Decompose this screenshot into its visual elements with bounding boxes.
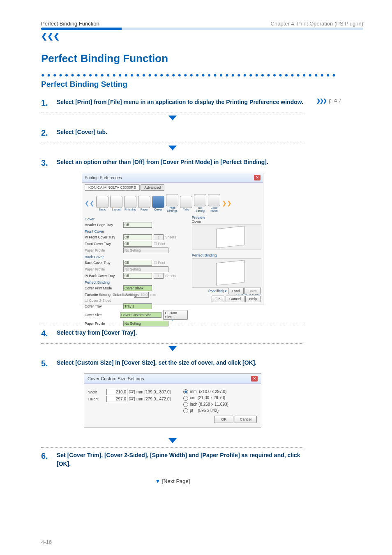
- step-4: 4. Select tray from [Cover Tray].: [41, 325, 304, 344]
- print-checkbox[interactable]: ☐ Print: [154, 261, 165, 265]
- unit-radio-cm[interactable]: cm (21.00 x 29.70): [183, 395, 257, 400]
- load-button[interactable]: Load: [228, 288, 244, 294]
- step-text: Select [Print] from [File] menu in an ap…: [57, 98, 304, 108]
- down-arrow-icon: [41, 437, 304, 446]
- svg-marker-3: [168, 346, 177, 351]
- group-front-cover: Front Cover: [85, 229, 188, 234]
- height-label: Height: [88, 397, 105, 401]
- step-number: 6.: [41, 451, 52, 468]
- preview-sub: Cover: [192, 220, 261, 224]
- sheets-spinner: 1: [154, 273, 164, 279]
- step-2: 2. Select [Cover] tab.: [41, 125, 304, 143]
- icon-label: Finishing: [124, 208, 136, 211]
- cover-icon[interactable]: [152, 196, 164, 208]
- height-input[interactable]: 297.0: [106, 396, 127, 402]
- unit-dims: (8.268 x 11.693): [198, 402, 228, 407]
- page-settings-icon[interactable]: [166, 194, 178, 206]
- group-cover: Cover: [85, 217, 188, 221]
- sheets-unit: Sheets: [165, 274, 176, 278]
- chevrons-left-icon[interactable]: ❮❮: [85, 200, 95, 206]
- unit-radio-mm[interactable]: mm (210.0 x 297.0): [183, 389, 257, 394]
- preview-cover-image: [192, 224, 261, 250]
- tab-advanced[interactable]: Advanced: [141, 184, 164, 191]
- width-label: Width: [88, 390, 105, 394]
- step-3: 3. Select an option other than [Off] fro…: [41, 155, 304, 313]
- back-cover-tray-select[interactable]: Off: [123, 260, 152, 266]
- layout-icon[interactable]: [110, 196, 122, 208]
- close-icon[interactable]: ✕: [251, 376, 258, 382]
- custom-size-button[interactable]: Custom Size...: [163, 310, 188, 320]
- icon-label: Basic: [96, 208, 108, 211]
- step-text: Select [Custom Size] in [Cover Size], se…: [57, 358, 304, 368]
- cover-tray-select[interactable]: Tray 1: [123, 303, 152, 309]
- svg-marker-0: [168, 116, 177, 120]
- sheets-unit: Sheets: [165, 235, 176, 239]
- paper-icon[interactable]: [138, 196, 150, 208]
- printing-preferences-dialog: Printing Preferences ✕ KONICA MINOLTA C6…: [82, 173, 263, 305]
- step-6: 6. Set [Cover Trim], [Cover 2-Sided], [S…: [41, 448, 304, 473]
- svg-marker-4: [168, 438, 177, 443]
- step-text: Select [Cover] tab.: [57, 128, 304, 138]
- page-number: 4-16: [41, 539, 52, 545]
- pi-front-cover-tray-label: PI Front Cover Tray: [85, 235, 122, 239]
- color-mode-icon[interactable]: [208, 194, 220, 206]
- paper-profile-select: No Setting: [123, 266, 168, 272]
- step-5: 5. Select [Custom Size] in [Cover Size],…: [41, 355, 304, 436]
- sub-title: Perfect Binding Setting: [41, 80, 363, 89]
- custom-size-dialog: Cover Custom Size Settings ✕ Width 210.0…: [84, 373, 261, 428]
- group-back-cover: Back Cover: [85, 255, 188, 259]
- next-page-link[interactable]: ▼[Next Page]: [41, 478, 304, 484]
- separator-dots: ●●●●●●●●●●●●●●●●●●●●●●●●●●●●●●●●●●●●●●●●…: [41, 72, 363, 78]
- ref-arrows-icon: ❯❯❯: [316, 98, 326, 104]
- chevrons-left-icon[interactable]: ❮❮❮: [41, 32, 60, 41]
- pi-front-cover-tray-select[interactable]: Off: [123, 234, 152, 240]
- page-header: Perfect Binding Function Chapter 4: Prin…: [41, 21, 363, 28]
- group-perfect-binding: Perfect Binding: [85, 280, 188, 284]
- step-text: Set [Cover Trim], [Cover 2-Sided], [Spin…: [57, 451, 304, 468]
- front-cover-tray-label: Front Cover Tray: [85, 242, 122, 246]
- ok-button[interactable]: OK: [214, 416, 233, 423]
- print-checkbox[interactable]: ☐ Print: [154, 242, 165, 246]
- width-input[interactable]: 210.0: [106, 389, 127, 395]
- down-arrow-icon: [41, 345, 304, 354]
- down-arrow-icon: ▼: [155, 478, 161, 484]
- help-button[interactable]: Help: [245, 296, 261, 302]
- front-cover-tray-select[interactable]: Off: [123, 241, 152, 247]
- close-icon[interactable]: ✕: [254, 175, 261, 180]
- icon-label: Tabs: [180, 208, 192, 211]
- step-1: 1. Select [Print] from [File] menu in an…: [41, 95, 304, 113]
- paper-profile-select: No Setting: [123, 247, 168, 253]
- svg-marker-1: [168, 146, 177, 150]
- width-range: mm [139.0...307.0]: [136, 390, 171, 394]
- pi-back-cover-tray-select[interactable]: Off: [123, 273, 152, 279]
- cancel-button[interactable]: Cancel: [226, 296, 244, 302]
- unit-radio-pt[interactable]: pt (595 x 842): [183, 408, 257, 413]
- tabs-icon[interactable]: [180, 196, 192, 208]
- ok-button[interactable]: OK: [212, 296, 224, 302]
- step-number: 4.: [41, 328, 52, 338]
- tab-driver[interactable]: KONICA MINOLTA C6000PS: [85, 184, 140, 191]
- basic-icon[interactable]: [96, 196, 108, 208]
- header-page-tray-select[interactable]: Off: [123, 222, 152, 228]
- height-spinner[interactable]: ▴▾: [129, 397, 135, 401]
- cover-size-select[interactable]: Cover Custom Size: [120, 312, 161, 318]
- cover-size-label: Cover Size: [85, 313, 118, 317]
- tab-setting-icon[interactable]: [194, 194, 206, 206]
- unit-radio-inch[interactable]: inch (8.268 x 11.693): [183, 402, 257, 407]
- header-right: Chapter 4: Print Operation (PS Plug-in): [271, 21, 363, 27]
- page-reference-link[interactable]: ❯❯❯ p. 4-7: [316, 98, 341, 104]
- modified-indicator: (modified): [208, 289, 224, 293]
- step-text: Select an option other than [Off] from […: [57, 158, 304, 168]
- finishing-icon[interactable]: [124, 196, 136, 208]
- dialog-title: Printing Preferences: [85, 176, 122, 180]
- cancel-button[interactable]: Cancel: [235, 416, 257, 423]
- width-spinner[interactable]: ▴▾: [129, 390, 135, 394]
- favorite-setting-value[interactable]: Default Settings: [113, 293, 145, 297]
- height-range: mm [279.0...472.0]: [136, 397, 171, 401]
- dialog-title: Cover Custom Size Settings: [88, 376, 144, 381]
- paper-profile-label: Paper Profile: [85, 248, 122, 252]
- icon-label: Layout: [110, 208, 122, 211]
- header-left: Perfect Binding Function: [41, 21, 99, 27]
- ref-text: p. 4-7: [329, 98, 341, 104]
- chevrons-right-icon[interactable]: ❯❯: [222, 200, 232, 206]
